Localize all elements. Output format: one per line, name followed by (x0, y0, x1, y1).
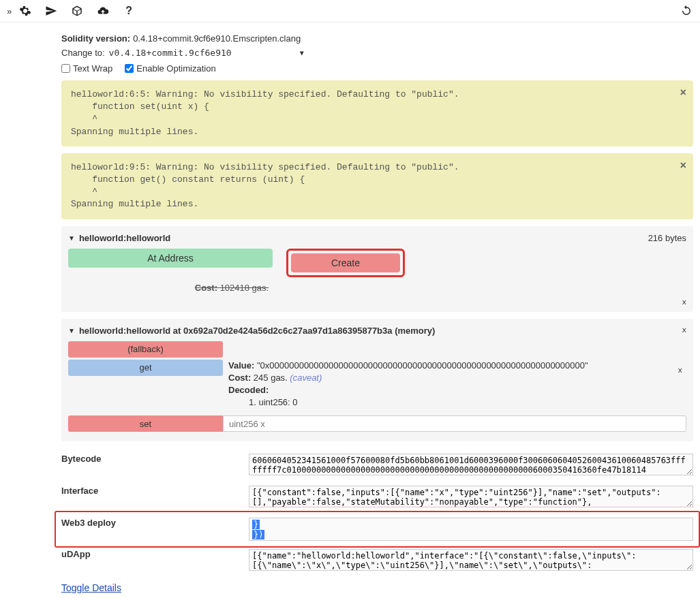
gear-icon[interactable] (18, 4, 32, 18)
close-icon[interactable]: × (680, 159, 686, 174)
cube-icon[interactable] (70, 4, 84, 18)
udapp-value[interactable] (249, 549, 693, 571)
set-button[interactable]: set (68, 415, 223, 432)
warning-text: helloworld:6:5: Warning: No visibility s… (71, 89, 684, 138)
change-version-row: Change to: v0.4.18+commit.9cf6e910 ▼ (61, 48, 693, 58)
enable-opt-label: Enable Optimization (136, 63, 215, 74)
warning-box-1: × helloworld:6:5: Warning: No visibility… (61, 80, 693, 146)
collapse-icon[interactable]: ▼ (68, 234, 75, 242)
create-highlight: Create (286, 249, 405, 277)
interface-value[interactable] (249, 486, 693, 507)
contract-panel: ▼ helloworld:helloworld 216 bytes At Add… (61, 226, 693, 312)
bytecode-value[interactable] (249, 454, 693, 475)
toggle-details-link[interactable]: Toggle Details (61, 582, 121, 593)
solidity-version-row: Solidity version: 0.4.18+commit.9cf6e910… (61, 33, 693, 44)
enable-opt-checkbox[interactable]: Enable Optimization (125, 63, 215, 74)
text-wrap-checkbox[interactable]: Text Wrap (61, 63, 112, 74)
interface-label: Interface (61, 486, 249, 496)
contract-name: helloworld:helloworld (79, 233, 170, 243)
contract-size: 216 bytes (648, 233, 686, 243)
help-icon[interactable]: ? (122, 4, 136, 18)
change-to-label: Change to: (61, 48, 105, 58)
refresh-icon[interactable] (680, 4, 693, 18)
expand-icon[interactable]: » (7, 6, 12, 16)
send-icon[interactable] (44, 4, 58, 18)
create-button[interactable]: Create (291, 253, 400, 272)
fallback-button[interactable]: (fallback) (68, 341, 223, 358)
warning-box-2: × helloworld:9:5: Warning: No visibility… (61, 153, 693, 219)
cloud-upload-icon[interactable] (96, 4, 110, 18)
toolbar: » ? (0, 0, 700, 22)
chevron-down-icon: ▼ (300, 49, 304, 57)
version-select-value: v0.4.18+commit.9cf6e910 (109, 48, 232, 58)
close-icon[interactable]: × (680, 86, 686, 101)
at-address-button[interactable]: At Address (68, 249, 273, 268)
text-wrap-input[interactable] (61, 64, 70, 73)
set-input[interactable] (223, 415, 686, 432)
version-select[interactable]: v0.4.18+commit.9cf6e910 ▼ (109, 48, 304, 58)
close-icon[interactable]: x (682, 298, 686, 306)
version-value: 0.4.18+commit.9cf6e910.Emscripten.clang (133, 33, 301, 44)
web3-deploy-value[interactable]: } }) (249, 518, 693, 541)
instance-panel: x ▼ helloworld:helloworld at 0x692a70d2e… (61, 319, 693, 442)
get-button[interactable]: get (68, 360, 223, 376)
contract-cost: Cost: 102418 gas. (68, 283, 395, 293)
text-wrap-label: Text Wrap (73, 63, 112, 74)
bytecode-label: Bytecode (61, 454, 249, 464)
instance-title: helloworld:helloworld at 0x692a70d2e424a… (79, 326, 435, 336)
web3-deploy-label: Web3 deploy (61, 518, 249, 528)
collapse-icon[interactable]: ▼ (68, 327, 75, 334)
enable-opt-input[interactable] (125, 64, 134, 73)
close-icon[interactable]: x (682, 326, 686, 334)
get-result: x Value: "0x0000000000000000000000000000… (228, 360, 686, 409)
udapp-label: uDApp (61, 549, 249, 559)
close-icon[interactable]: x (678, 365, 682, 375)
warning-text: helloworld:9:5: Warning: No visibility s… (71, 161, 684, 211)
version-label: Solidity version: (61, 33, 130, 44)
details-table: Bytecode Interface Web3 deploy } }) uDAp… (61, 450, 693, 577)
